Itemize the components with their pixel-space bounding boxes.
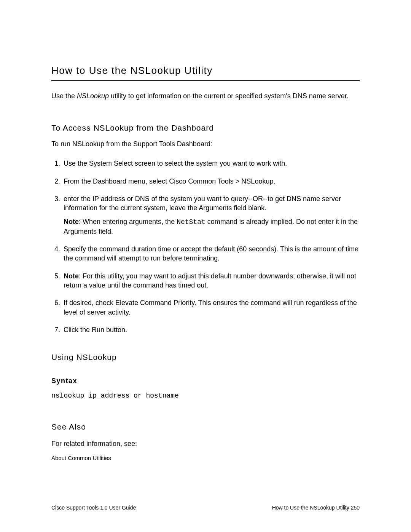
footer-left-text: Cisco Support Tools 1.0 User Guide [51,505,136,511]
step-item: enter the IP address or DNS of the syste… [62,194,360,236]
step-item: If desired, check Elevate Command Priori… [62,298,360,317]
intro-text-suffix: utility to get information on the curren… [109,92,349,100]
step-text: Specify the command duration time or acc… [64,245,358,262]
step-text: From the Dashboard menu, select Cisco Co… [64,177,275,185]
note-text-before-mono: : When entering arguments, the [79,218,177,225]
step-text: Click the Run button. [64,326,127,334]
step-item: Specify the command duration time or acc… [62,244,360,263]
page-footer: Cisco Support Tools 1.0 User Guide How t… [51,505,360,511]
footer-right-text: How to Use the NSLookup Utility 250 [272,505,360,511]
intro-paragraph: Use the NSLookup utility to get informat… [51,91,360,101]
syntax-heading: Syntax [51,377,360,385]
intro-italic-term: NSLookup [77,92,109,100]
step-item: Click the Run button. [62,325,360,334]
section-heading-seealso: See Also [51,422,360,431]
note-label: Note [64,272,79,280]
section-heading-using: Using NSLookup [51,353,360,362]
step-text: enter the IP address or DNS of the syste… [64,194,360,213]
step-text: If desired, check Elevate Command Priori… [64,299,357,316]
note-mono-term: NetStat [177,218,206,226]
seealso-lead-text: For related information, see: [51,440,360,448]
syntax-code-line: nslookup ip_address or hostname [51,392,360,399]
step-item: Note: For this utility, you may want to … [62,272,360,290]
intro-text-prefix: Use the [51,92,77,100]
step-text: Use the System Select screen to select t… [64,160,287,167]
step-item: Use the System Select screen to select t… [62,159,360,168]
section-heading-access: To Access NSLookup from the Dashboard [51,123,360,133]
step-note: Note: When entering arguments, the NetSt… [64,217,360,236]
access-lead-text: To run NSLookup from the Support Tools D… [51,140,360,148]
step-item: From the Dashboard menu, select Cisco Co… [62,177,360,186]
steps-list: Use the System Select screen to select t… [51,159,360,334]
note-label: Note [64,218,79,225]
document-page: How to Use the NSLookup Utility Use the … [0,0,411,532]
seealso-link[interactable]: About Common Utilities [51,455,360,461]
step-text: : For this utility, you may want to adju… [64,272,356,289]
page-title: How to Use the NSLookup Utility [51,65,360,81]
